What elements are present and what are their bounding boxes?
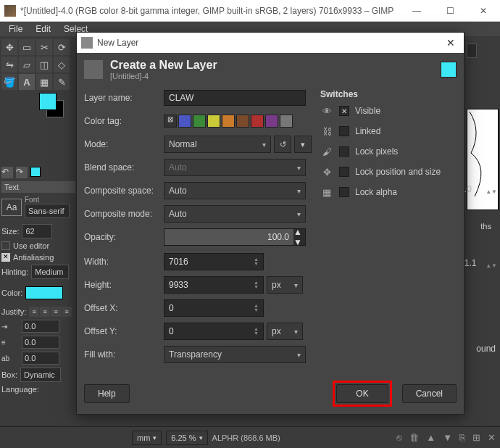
unit-select[interactable]: mm ▾ <box>132 431 162 445</box>
tool-perspective[interactable]: ◫ <box>36 57 52 72</box>
tool-align[interactable]: ▭ <box>19 39 35 55</box>
visible-label: Visible <box>355 106 380 116</box>
hinting-label: Hinting: <box>1 267 28 276</box>
status-icon-5[interactable]: ⎘ <box>459 432 465 443</box>
composite-mode-select[interactable]: Auto▾ <box>164 205 306 223</box>
antialiasing-checkbox[interactable]: ✕ <box>1 253 10 262</box>
tool-handle[interactable]: ◇ <box>54 57 70 72</box>
color-tag-picker: ⊠ <box>164 115 293 128</box>
font-preview-icon[interactable]: Aa <box>1 199 22 216</box>
font-select[interactable]: Sans-serif <box>25 204 70 218</box>
ok-button[interactable]: OK <box>336 384 388 403</box>
use-editor-label: Use editor <box>13 241 49 250</box>
composite-space-label: Composite space: <box>84 186 164 196</box>
lock-pixels-checkbox[interactable] <box>339 146 349 157</box>
status-icon-3[interactable]: ▲ <box>426 432 436 443</box>
linked-checkbox[interactable] <box>339 126 349 136</box>
opacity-slider[interactable]: 100.0 ▲▼ <box>164 228 306 246</box>
tool-crop[interactable]: ✂ <box>36 39 52 55</box>
tool-move[interactable]: ✥ <box>1 39 17 55</box>
zoom-select[interactable]: 6.25 % ▾ <box>166 431 207 445</box>
color-tag-gray[interactable] <box>280 115 293 128</box>
offset-y-label: Offset Y: <box>84 326 164 336</box>
tool-rotate[interactable]: ⟳ <box>54 39 70 55</box>
dock-tab-icon[interactable] <box>467 43 477 58</box>
tool-flip[interactable]: ⇋ <box>1 57 17 72</box>
lock-alpha-label: Lock alpha <box>355 187 397 197</box>
cancel-button[interactable]: Cancel <box>402 384 457 403</box>
size-unit-select[interactable]: px▾ <box>267 276 303 294</box>
justify-label: Justify: <box>1 307 26 316</box>
color-tag-none[interactable]: ⊠ <box>164 115 177 128</box>
tool-text[interactable]: A <box>19 74 35 90</box>
offset-x-input[interactable]: 0▲▼ <box>164 299 264 317</box>
color-tag-yellow[interactable] <box>207 115 220 128</box>
layer-name-input[interactable] <box>164 90 306 106</box>
close-button[interactable]: ✕ <box>467 0 500 22</box>
status-bar: mm ▾ 6.25 % ▾ ALPHR (868.6 MB) ⎋ 🗑 ▲ ▼ ⎘… <box>0 426 500 448</box>
indent-input[interactable] <box>22 320 59 333</box>
width-input[interactable]: 7016▲▼ <box>164 253 264 270</box>
color-tag-blue[interactable] <box>178 115 191 128</box>
tool-options-panel: ↶ ↷ Text Aa Font Sans-serif Size: 62 Use… <box>1 167 75 394</box>
hinting-select[interactable]: Medium <box>31 265 69 279</box>
size-input[interactable]: 62 <box>22 224 52 238</box>
dialog-icon <box>81 37 93 49</box>
mode-select[interactable]: Normal▾ <box>164 136 271 153</box>
active-color-icon <box>30 167 41 177</box>
fill-with-select[interactable]: Transparency▾ <box>164 346 306 363</box>
use-editor-checkbox[interactable] <box>1 241 10 250</box>
color-tag-red[interactable] <box>251 115 264 128</box>
justify-fill-icon[interactable]: ≡ <box>62 307 72 317</box>
help-button[interactable]: Help <box>84 384 130 403</box>
tool-shear[interactable]: ▱ <box>19 57 35 72</box>
text-color-swatch[interactable] <box>25 286 63 299</box>
maximize-button[interactable]: ☐ <box>433 0 467 22</box>
offset-y-input[interactable]: 0▲▼ <box>164 323 264 340</box>
lock-position-checkbox[interactable] <box>339 167 349 177</box>
lock-position-label: Lock position and size <box>355 167 441 177</box>
dialog-titlebar: New Layer ✕ <box>77 33 464 53</box>
visible-checkbox[interactable]: ✕ <box>339 106 349 116</box>
history-fwd-icon[interactable]: ↷ <box>16 167 28 178</box>
switches-panel: Switches 👁 ✕ Visible ⛓ Linked 🖌 Lock pix… <box>314 89 457 369</box>
tool-pencil[interactable]: ✎ <box>54 74 70 90</box>
box-select[interactable]: Dynamic <box>20 368 61 382</box>
status-icon-6[interactable]: ⊞ <box>472 432 480 443</box>
foreground-color-swatch[interactable] <box>39 93 57 110</box>
dialog-close-button[interactable]: ✕ <box>442 34 459 51</box>
color-tag-orange[interactable] <box>222 115 235 128</box>
line-spacing-icon: ≡ <box>1 339 19 347</box>
justify-center-icon[interactable]: ≡ <box>40 307 50 317</box>
tool-bucket[interactable]: 🪣 <box>1 74 17 90</box>
tool-gradient[interactable]: ▦ <box>36 74 52 90</box>
color-tag-green[interactable] <box>193 115 206 128</box>
color-tag-violet[interactable] <box>265 115 278 128</box>
link-icon: ⛓ <box>320 125 333 138</box>
toolbox: ✥ ▭ ✂ ⟳ ⇋ ▱ ◫ ◇ 🪣 A ▦ ✎ <box>1 39 74 125</box>
lock-alpha-checkbox[interactable] <box>339 187 349 197</box>
letter-spacing-input[interactable] <box>22 352 59 365</box>
blend-space-select[interactable]: Auto▾ <box>164 159 306 176</box>
color-tag-brown[interactable] <box>236 115 249 128</box>
height-input[interactable]: 9933▲▼ <box>164 276 264 294</box>
status-icon-4[interactable]: ▼ <box>443 432 452 443</box>
status-icon-7[interactable]: ✕ <box>488 432 496 443</box>
menu-edit[interactable]: Edit <box>30 22 57 36</box>
offset-unit-select[interactable]: px▾ <box>267 323 303 340</box>
status-icon-2[interactable]: 🗑 <box>409 432 419 443</box>
minimize-button[interactable]: — <box>400 0 433 22</box>
mode-menu-button[interactable]: ▾ <box>294 136 312 153</box>
menu-file[interactable]: File <box>3 22 28 36</box>
history-back-icon[interactable]: ↶ <box>1 167 13 178</box>
layer-name-label: Layer name: <box>84 93 164 103</box>
dialog-subheading: [Untitled]-4 <box>110 72 217 80</box>
indent-icon: ⇥ <box>1 323 19 331</box>
line-spacing-input[interactable] <box>22 336 59 349</box>
justify-right-icon[interactable]: ≡ <box>51 307 61 317</box>
justify-left-icon[interactable]: ≡ <box>29 307 39 317</box>
status-icon-1[interactable]: ⎋ <box>396 432 402 443</box>
mode-reset-button[interactable]: ↺ <box>274 136 291 153</box>
dialog-title: New Layer <box>97 38 442 48</box>
composite-space-select[interactable]: Auto▾ <box>164 182 306 199</box>
